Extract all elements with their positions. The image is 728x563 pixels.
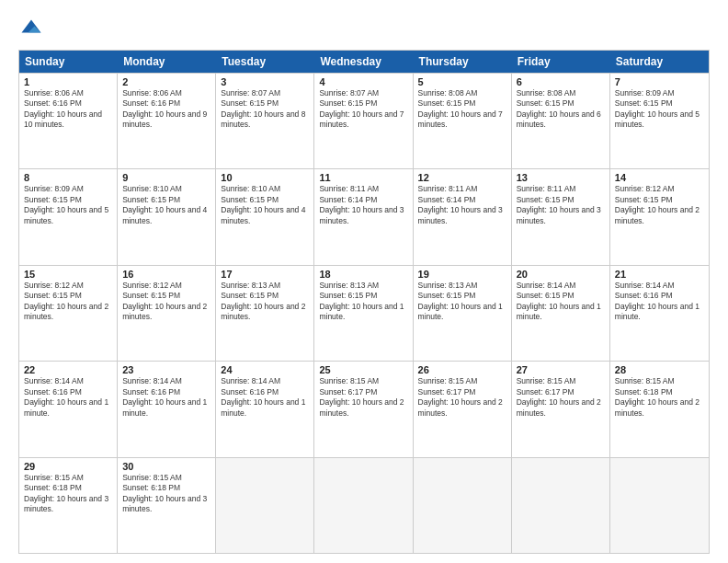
empty-cell — [216, 458, 314, 553]
sunrise-label: Sunrise: 8:13 AM — [221, 281, 280, 290]
day-cell-16: 16 Sunrise: 8:12 AM Sunset: 6:15 PM Dayl… — [118, 266, 216, 361]
daylight-label: Daylight: 10 hours and 2 minutes. — [615, 397, 700, 417]
sunrise-label: Sunrise: 8:11 AM — [517, 184, 576, 193]
day-cell-11: 11 Sunrise: 8:11 AM Sunset: 6:14 PM Dayl… — [314, 169, 413, 264]
sunset-label: Sunset: 6:15 PM — [122, 195, 180, 204]
sunrise-label: Sunrise: 8:14 AM — [615, 281, 675, 290]
daylight-label: Daylight: 10 hours and 2 minutes. — [615, 205, 700, 224]
calendar-body: 1 Sunrise: 8:06 AM Sunset: 6:16 PM Dayli… — [19, 73, 709, 553]
logo-icon — [18, 17, 44, 42]
day-info: Sunrise: 8:08 AM Sunset: 6:15 PM Dayligh… — [517, 88, 605, 131]
day-cell-9: 9 Sunrise: 8:10 AM Sunset: 6:15 PM Dayli… — [118, 169, 216, 264]
header — [18, 17, 710, 42]
sunrise-label: Sunrise: 8:15 AM — [517, 376, 576, 385]
daylight-label: Daylight: 10 hours and 1 minute. — [615, 302, 700, 321]
day-number: 30 — [122, 461, 210, 472]
day-number: 18 — [319, 269, 407, 280]
day-cell-26: 26 Sunrise: 8:15 AM Sunset: 6:17 PM Dayl… — [414, 362, 512, 456]
daylight-label: Daylight: 10 hours and 1 minute. — [418, 302, 503, 321]
day-number: 15 — [24, 269, 112, 280]
sunset-label: Sunset: 6:17 PM — [517, 387, 574, 396]
sunset-label: Sunset: 6:15 PM — [221, 195, 279, 204]
day-number: 17 — [221, 269, 309, 280]
header-day-thursday: Thursday — [414, 51, 512, 73]
sunset-label: Sunset: 6:15 PM — [24, 195, 82, 204]
daylight-label: Daylight: 10 hours and 7 minutes. — [418, 109, 503, 129]
daylight-label: Daylight: 10 hours and 10 minutes. — [24, 109, 102, 129]
sunrise-label: Sunrise: 8:14 AM — [122, 376, 182, 385]
day-number: 2 — [122, 76, 210, 87]
sunrise-label: Sunrise: 8:15 AM — [615, 376, 675, 385]
day-number: 10 — [221, 172, 309, 183]
day-number: 6 — [517, 76, 605, 87]
daylight-label: Daylight: 10 hours and 5 minutes. — [24, 205, 108, 224]
sunrise-label: Sunrise: 8:11 AM — [418, 184, 478, 193]
day-cell-7: 7 Sunrise: 8:09 AM Sunset: 6:15 PM Dayli… — [610, 74, 709, 168]
day-number: 21 — [615, 269, 704, 280]
daylight-label: Daylight: 10 hours and 2 minutes. — [319, 397, 404, 417]
day-info: Sunrise: 8:13 AM Sunset: 6:15 PM Dayligh… — [221, 281, 309, 323]
day-info: Sunrise: 8:08 AM Sunset: 6:15 PM Dayligh… — [418, 88, 506, 131]
empty-cell — [610, 458, 709, 553]
day-number: 23 — [122, 364, 210, 375]
sunset-label: Sunset: 6:15 PM — [24, 291, 82, 300]
day-number: 8 — [24, 172, 112, 183]
sunset-label: Sunset: 6:15 PM — [517, 98, 574, 108]
day-info: Sunrise: 8:14 AM Sunset: 6:16 PM Dayligh… — [24, 376, 112, 419]
sunset-label: Sunset: 6:15 PM — [122, 291, 180, 300]
sunrise-label: Sunrise: 8:07 AM — [221, 88, 280, 98]
daylight-label: Daylight: 10 hours and 2 minutes. — [24, 302, 108, 321]
day-info: Sunrise: 8:15 AM Sunset: 6:18 PM Dayligh… — [122, 473, 210, 515]
sunrise-label: Sunrise: 8:07 AM — [319, 88, 379, 98]
empty-cell — [314, 458, 413, 553]
sunrise-label: Sunrise: 8:12 AM — [615, 184, 675, 193]
sunset-label: Sunset: 6:18 PM — [615, 387, 673, 396]
calendar-header: SundayMondayTuesdayWednesdayThursdayFrid… — [19, 51, 709, 73]
sunrise-label: Sunrise: 8:14 AM — [517, 281, 576, 290]
sunrise-label: Sunrise: 8:12 AM — [122, 281, 182, 290]
sunrise-label: Sunrise: 8:13 AM — [319, 281, 379, 290]
sunset-label: Sunset: 6:16 PM — [24, 98, 82, 108]
day-cell-21: 21 Sunrise: 8:14 AM Sunset: 6:16 PM Dayl… — [610, 266, 709, 361]
day-number: 29 — [24, 461, 112, 472]
day-cell-18: 18 Sunrise: 8:13 AM Sunset: 6:15 PM Dayl… — [314, 266, 413, 361]
header-day-sunday: Sunday — [19, 51, 118, 73]
sunset-label: Sunset: 6:16 PM — [221, 387, 279, 396]
day-number: 20 — [517, 269, 605, 280]
daylight-label: Daylight: 10 hours and 5 minutes. — [615, 109, 700, 129]
sunset-label: Sunset: 6:15 PM — [221, 98, 279, 108]
sunset-label: Sunset: 6:14 PM — [418, 195, 476, 204]
sunset-label: Sunset: 6:15 PM — [615, 195, 673, 204]
sunset-label: Sunset: 6:14 PM — [319, 195, 377, 204]
day-info: Sunrise: 8:13 AM Sunset: 6:15 PM Dayligh… — [319, 281, 407, 323]
day-info: Sunrise: 8:15 AM Sunset: 6:18 PM Dayligh… — [24, 473, 112, 515]
day-cell-29: 29 Sunrise: 8:15 AM Sunset: 6:18 PM Dayl… — [19, 458, 118, 553]
day-info: Sunrise: 8:13 AM Sunset: 6:15 PM Dayligh… — [418, 281, 506, 323]
sunset-label: Sunset: 6:17 PM — [418, 387, 476, 396]
day-info: Sunrise: 8:06 AM Sunset: 6:16 PM Dayligh… — [122, 88, 210, 131]
day-info: Sunrise: 8:10 AM Sunset: 6:15 PM Dayligh… — [122, 184, 210, 226]
calendar-row-4: 22 Sunrise: 8:14 AM Sunset: 6:16 PM Dayl… — [19, 361, 709, 456]
sunrise-label: Sunrise: 8:06 AM — [24, 88, 84, 98]
daylight-label: Daylight: 10 hours and 4 minutes. — [221, 205, 305, 224]
day-number: 16 — [122, 269, 210, 280]
day-info: Sunrise: 8:11 AM Sunset: 6:14 PM Dayligh… — [418, 184, 506, 226]
daylight-label: Daylight: 10 hours and 9 minutes. — [122, 109, 207, 129]
sunset-label: Sunset: 6:16 PM — [122, 98, 180, 108]
header-day-friday: Friday — [512, 51, 610, 73]
day-number: 9 — [122, 172, 210, 183]
day-info: Sunrise: 8:14 AM Sunset: 6:16 PM Dayligh… — [615, 281, 704, 323]
day-number: 26 — [418, 364, 506, 375]
calendar-row-3: 15 Sunrise: 8:12 AM Sunset: 6:15 PM Dayl… — [19, 265, 709, 361]
day-cell-25: 25 Sunrise: 8:15 AM Sunset: 6:17 PM Dayl… — [314, 362, 413, 456]
logo — [18, 17, 48, 42]
day-number: 11 — [319, 172, 407, 183]
sunrise-label: Sunrise: 8:13 AM — [418, 281, 478, 290]
sunrise-label: Sunrise: 8:10 AM — [221, 184, 280, 193]
header-day-wednesday: Wednesday — [314, 51, 413, 73]
page: SundayMondayTuesdayWednesdayThursdayFrid… — [0, 0, 728, 563]
day-cell-24: 24 Sunrise: 8:14 AM Sunset: 6:16 PM Dayl… — [216, 362, 314, 456]
day-info: Sunrise: 8:14 AM Sunset: 6:16 PM Dayligh… — [122, 376, 210, 419]
day-cell-27: 27 Sunrise: 8:15 AM Sunset: 6:17 PM Dayl… — [512, 362, 610, 456]
day-cell-1: 1 Sunrise: 8:06 AM Sunset: 6:16 PM Dayli… — [19, 74, 118, 168]
